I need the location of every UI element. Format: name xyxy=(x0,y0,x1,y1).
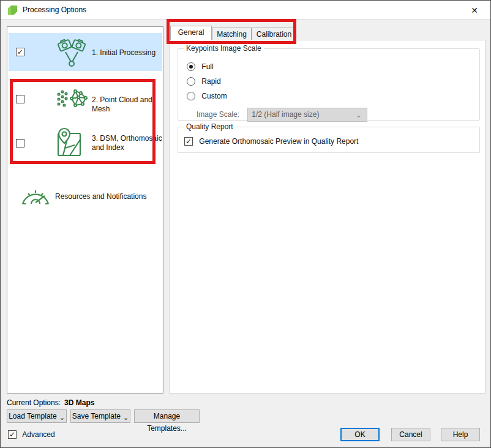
load-template-button[interactable]: Load Template⌄ xyxy=(7,409,67,423)
tab-matching[interactable]: Matching xyxy=(212,28,252,40)
radio-custom-label: Custom xyxy=(201,92,227,100)
manage-templates-button[interactable]: Manage Templates... xyxy=(134,409,200,423)
sidebar-item-dsm-orthomosaic[interactable]: 3. DSM, Orthomosaic and Index xyxy=(9,121,162,164)
generate-preview-label: Generate Orthomosaic Preview in Quality … xyxy=(199,137,358,146)
point-cloud-icon xyxy=(56,85,88,112)
initial-processing-checkbox[interactable]: ✓ xyxy=(16,48,24,56)
dropdown-arrow-icon: ⌄ xyxy=(59,411,65,424)
close-icon[interactable]: ✕ xyxy=(467,4,482,17)
radio-custom-control[interactable] xyxy=(187,92,195,100)
generate-preview-checkbox[interactable]: ✓ xyxy=(184,137,193,146)
generate-preview-row[interactable]: ✓ Generate Orthomosaic Preview in Qualit… xyxy=(184,136,358,146)
processing-steps-sidebar: ✓ 1. Initial Proce xyxy=(7,26,163,394)
image-scale-select[interactable]: 1/2 (Half image size) ⌄ xyxy=(247,108,367,122)
map-icon xyxy=(56,126,84,158)
radio-full-control[interactable] xyxy=(187,62,195,71)
dropdown-arrow-icon: ⌄ xyxy=(123,411,129,424)
gauge-icon xyxy=(20,184,51,207)
sidebar-item-label: 1. Initial Processing xyxy=(92,48,156,58)
save-template-button[interactable]: Save Template⌄ xyxy=(70,409,130,423)
image-scale-value: 1/2 (Half image size) xyxy=(252,110,319,119)
sidebar-item-initial-processing[interactable]: ✓ 1. Initial Proce xyxy=(9,33,162,71)
ok-button[interactable]: OK xyxy=(340,428,380,441)
image-scale-row: Image Scale: 1/2 (Half image size) ⌄ xyxy=(197,108,367,122)
quality-report-group: Quality Report ✓ Generate Orthomosaic Pr… xyxy=(178,127,480,153)
radio-custom[interactable]: Custom xyxy=(187,91,227,101)
sidebar-item-label: Resources and Notifications xyxy=(55,192,146,201)
tab-calibration[interactable]: Calibration xyxy=(252,28,296,40)
processing-options-dialog: Processing Options ✕ ✓ xyxy=(0,0,491,448)
point-cloud-checkbox[interactable] xyxy=(16,95,24,103)
app-logo-leaf-icon xyxy=(7,5,18,15)
save-template-label: Save Template xyxy=(72,412,121,420)
image-scale-label: Image Scale: xyxy=(197,110,241,119)
radio-rapid-label: Rapid xyxy=(201,77,220,86)
load-template-label: Load Template xyxy=(9,412,57,420)
radio-rapid[interactable]: Rapid xyxy=(187,77,221,86)
advanced-checkbox[interactable]: ✓ xyxy=(8,430,17,439)
sidebar-item-label: 3. DSM, Orthomosaic and Index xyxy=(92,134,167,152)
cancel-button[interactable]: Cancel xyxy=(391,428,430,441)
current-options-label: Current Options: xyxy=(7,398,61,407)
window-title: Processing Options xyxy=(23,6,86,14)
chevron-down-icon: ⌄ xyxy=(355,108,362,121)
radio-rapid-control[interactable] xyxy=(187,77,195,86)
sidebar-item-resources-notifications[interactable]: Resources and Notifications xyxy=(9,177,162,215)
current-options-line: Current Options:3D Maps xyxy=(7,398,94,407)
dsm-checkbox[interactable] xyxy=(16,139,24,147)
radio-full[interactable]: Full xyxy=(187,62,214,72)
cameras-icon xyxy=(56,37,87,68)
radio-full-label: Full xyxy=(201,62,213,71)
advanced-label: Advanced xyxy=(22,430,54,439)
sidebar-item-label: 2. Point Cloud and Mesh xyxy=(92,95,162,114)
tab-general[interactable]: General xyxy=(170,26,212,40)
sidebar-item-point-cloud-mesh[interactable]: 2. Point Cloud and Mesh xyxy=(9,81,162,116)
current-options-value: 3D Maps xyxy=(64,398,94,407)
group-title: Quality Report xyxy=(184,122,236,131)
advanced-row[interactable]: ✓ Advanced xyxy=(8,430,55,439)
title-bar: Processing Options ✕ xyxy=(1,1,490,20)
general-tab-page: Keypoints Image Scale Full Rapid Custom … xyxy=(169,40,485,394)
keypoints-image-scale-group: Keypoints Image Scale Full Rapid Custom … xyxy=(178,48,480,121)
group-title: Keypoints Image Scale xyxy=(184,44,264,53)
help-button[interactable]: Help xyxy=(441,428,480,441)
